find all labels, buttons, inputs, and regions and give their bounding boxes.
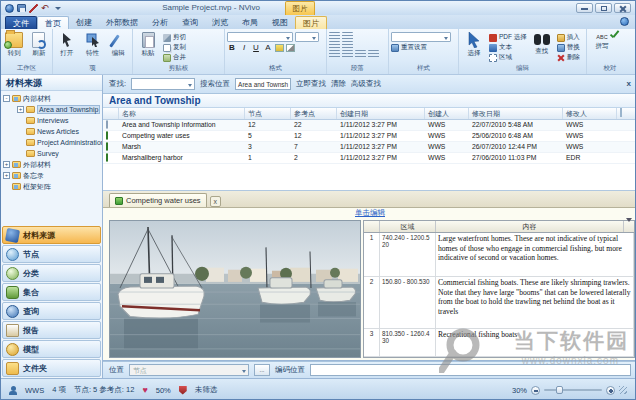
strike-icon[interactable] — [286, 44, 295, 52]
style-combo[interactable] — [391, 32, 451, 42]
tree-item-memos[interactable]: +备忘录 — [3, 170, 102, 181]
nav-collections[interactable]: 集合 — [2, 283, 101, 301]
tree-item-framework-matrices[interactable]: 框架矩阵 — [3, 181, 102, 192]
detail-tab-close-icon[interactable]: x — [210, 196, 221, 207]
brush-icon[interactable] — [29, 4, 38, 13]
delete-button[interactable]: 删除 — [557, 53, 580, 62]
log-row[interactable]: 2 150.80 - 800.530 Commercial fishing bo… — [364, 277, 634, 329]
help-icon[interactable] — [620, 17, 629, 26]
refresh-button[interactable]: 刷新 — [28, 31, 51, 64]
header-created-on[interactable]: 创建日期 — [337, 108, 425, 119]
tree-item-internals[interactable]: -内部材料 — [3, 93, 102, 104]
log-header-content[interactable]: 内容 — [436, 221, 624, 232]
align-right-icon[interactable] — [355, 50, 366, 58]
tree-item-area-and-township[interactable]: +Area and Township — [17, 104, 102, 115]
merge-button[interactable]: 合并 — [163, 53, 186, 62]
minimize-button[interactable] — [576, 3, 593, 13]
replace-button[interactable]: 替换 — [557, 43, 580, 52]
region-select-button[interactable]: 区域 — [489, 53, 527, 62]
bullet-list-icon[interactable] — [329, 32, 340, 40]
select-button[interactable]: 选择 — [461, 31, 487, 64]
expand-icon[interactable]: + — [3, 172, 10, 179]
expand-icon[interactable]: + — [3, 161, 10, 168]
tree-item-project-administration[interactable]: Project Administration — [17, 137, 102, 148]
header-references[interactable]: 参考点 — [291, 108, 337, 119]
tab-view[interactable]: 视图 — [265, 16, 295, 29]
highlight-icon[interactable] — [275, 44, 284, 52]
spelling-button[interactable]: ABC 拼写 — [589, 31, 615, 64]
underline-button[interactable]: U — [251, 43, 261, 52]
properties-button[interactable]: 特性 — [81, 31, 105, 64]
pdf-selection-button[interactable]: PDF 选择 — [489, 33, 527, 42]
log-row[interactable]: 3 810.350 - 1260.430 Recreational fishin… — [364, 329, 634, 357]
find-bar-close-icon[interactable]: x — [627, 79, 631, 88]
tree-item-news-articles[interactable]: News Articles — [17, 126, 102, 137]
paste-button[interactable]: 粘贴 — [135, 31, 161, 64]
find-input[interactable] — [131, 78, 195, 90]
expand-icon[interactable]: + — [17, 106, 24, 113]
find-button[interactable]: 查找 — [529, 31, 555, 64]
tab-layout[interactable]: 布局 — [235, 16, 265, 29]
go-to-button[interactable]: 转到 — [3, 31, 26, 64]
tree-item-interviews[interactable]: Interviews — [17, 115, 102, 126]
font-color-button[interactable]: A — [263, 43, 273, 52]
header-nodes[interactable]: 节点 — [245, 108, 291, 119]
header-name[interactable]: 名称 — [119, 108, 245, 119]
indent-increase-icon[interactable] — [342, 41, 353, 49]
tree-item-externals[interactable]: +外部材料 — [3, 159, 102, 170]
search-in-label[interactable]: 搜索位置 — [200, 79, 230, 89]
tab-external-data[interactable]: 外部数据 — [99, 16, 145, 29]
detail-tab-competing-water-uses[interactable]: Competing water uses — [109, 193, 207, 207]
insert-button[interactable]: 插入 — [557, 33, 580, 42]
nav-folders[interactable]: 文件夹 — [2, 359, 101, 377]
clear-button[interactable]: 清除 — [331, 79, 346, 89]
click-to-edit-link[interactable]: 单击编辑 — [355, 208, 385, 217]
font-family-combo[interactable] — [227, 32, 293, 42]
align-center-icon[interactable] — [342, 50, 353, 58]
header-modified-by[interactable]: 修改人 — [563, 108, 617, 119]
open-button[interactable]: 打开 — [55, 31, 79, 64]
zoom-out-icon[interactable] — [531, 386, 540, 395]
save-icon[interactable] — [17, 4, 26, 12]
tab-home[interactable]: 首页 — [37, 16, 69, 29]
app-icon[interactable] — [5, 4, 14, 13]
code-at-input[interactable] — [310, 364, 631, 376]
nav-reports[interactable]: 报告 — [2, 321, 101, 339]
table-row[interactable]: Marsh37 1/11/2012 3:27 PMWWS 26/07/2010 … — [103, 142, 636, 153]
log-header-region[interactable]: 区域 — [380, 221, 436, 232]
tab-query[interactable]: 查询 — [175, 16, 205, 29]
italic-button[interactable]: I — [239, 43, 249, 52]
harbor-photo[interactable] — [109, 220, 361, 358]
nav-models[interactable]: 模型 — [2, 340, 101, 358]
resize-grip[interactable] — [619, 386, 627, 394]
maximize-button[interactable] — [595, 3, 612, 13]
tab-explore[interactable]: 浏览 — [205, 16, 235, 29]
copy-button[interactable]: 复制 — [163, 43, 186, 52]
nav-sources[interactable]: 材料来源 — [2, 226, 101, 244]
advanced-find-button[interactable]: 高级查找 — [351, 79, 381, 89]
nav-classifications[interactable]: 分类 — [2, 264, 101, 282]
number-list-icon[interactable] — [342, 32, 353, 40]
edit-button[interactable]: 编辑 — [106, 31, 130, 64]
undo-icon[interactable]: ↶ — [41, 4, 51, 12]
table-row[interactable]: Marshallberg harbor12 1/11/2012 3:27 PMW… — [103, 153, 636, 164]
header-icon-col[interactable] — [103, 108, 119, 119]
close-button[interactable] — [614, 3, 631, 13]
search-scope-combo[interactable]: Area and Townsh — [235, 78, 291, 90]
tab-picture[interactable]: 图片 — [295, 16, 327, 29]
tab-file[interactable]: 文件 — [5, 16, 37, 29]
log-row[interactable]: 1 740.240 - 1200.520 Large waterfront ho… — [364, 233, 634, 277]
table-row[interactable]: Area and Township Information1222 1/11/2… — [103, 120, 636, 131]
collapse-icon[interactable]: - — [3, 95, 10, 102]
location-combo[interactable]: 节点 — [129, 364, 249, 376]
tab-analyze[interactable]: 分析 — [145, 16, 175, 29]
cut-button[interactable]: 剪切 — [163, 33, 186, 42]
browse-button[interactable]: ... — [254, 364, 270, 376]
filter-icon[interactable] — [626, 218, 632, 229]
qat-dropdown-icon[interactable] — [55, 7, 61, 10]
header-created-by[interactable]: 创建人 — [425, 108, 469, 119]
tab-create[interactable]: 创建 — [69, 16, 99, 29]
font-size-combo[interactable] — [295, 32, 319, 42]
align-justify-icon[interactable] — [368, 50, 379, 58]
zoom-slider[interactable] — [544, 389, 602, 391]
